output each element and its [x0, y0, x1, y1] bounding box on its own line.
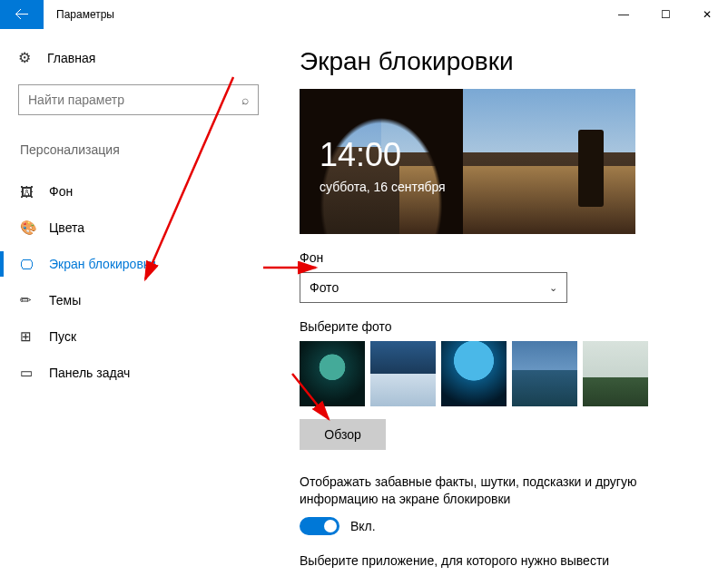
sidebar-item-фон[interactable]: 🖼Фон	[0, 173, 272, 210]
sidebar-item-пуск[interactable]: ⊞Пуск	[0, 318, 272, 355]
preview-date: суббота, 16 сентября	[320, 180, 446, 194]
sidebar: ⚙ Главная ⌕ Персонализация 🖼Фон🎨Цвета🖵Эк…	[0, 29, 272, 576]
nav-icon: ✏	[20, 292, 36, 308]
maximize-button[interactable]: ☐	[644, 0, 686, 29]
search-input[interactable]	[28, 93, 241, 107]
minimize-button[interactable]: —	[603, 0, 644, 29]
search-icon: ⌕	[241, 93, 249, 107]
facts-description: Отображать забавные факты, шутки, подска…	[300, 473, 699, 508]
nav-label: Темы	[49, 293, 81, 308]
nav-icon: 🖵	[20, 257, 36, 272]
titlebar: 🡠 Параметры — ☐ ✕	[0, 0, 728, 29]
facts-toggle-row: Вкл.	[300, 517, 701, 535]
nav-label: Экран блокировки	[49, 257, 156, 271]
back-button[interactable]: 🡠	[0, 0, 44, 29]
window-title: Параметры	[56, 8, 114, 21]
close-button[interactable]: ✕	[686, 0, 728, 29]
background-label: Фон	[300, 250, 701, 265]
background-dropdown[interactable]: Фото ⌄	[300, 272, 567, 303]
thumbnail[interactable]	[583, 341, 648, 406]
page-title: Экран блокировки	[300, 47, 701, 76]
app-description: Выберите приложение, для которого нужно …	[300, 553, 701, 568]
sidebar-item-темы[interactable]: ✏Темы	[0, 282, 272, 318]
thumbnail[interactable]	[441, 341, 507, 406]
sidebar-item-экран-блокировки[interactable]: 🖵Экран блокировки	[0, 246, 272, 282]
nav-icon: 🎨	[20, 220, 36, 236]
thumbnail[interactable]	[370, 341, 436, 406]
toggle-label: Вкл.	[350, 519, 376, 533]
home-nav[interactable]: ⚙ Главная	[18, 45, 254, 70]
window-controls: — ☐ ✕	[603, 0, 728, 29]
sidebar-item-панель-задач[interactable]: ▭Панель задач	[0, 355, 272, 391]
nav-label: Фон	[49, 184, 73, 199]
nav-label: Панель задач	[49, 366, 130, 380]
facts-toggle[interactable]	[300, 517, 339, 535]
dropdown-value: Фото	[310, 280, 339, 295]
nav-icon: ▭	[20, 365, 36, 381]
home-icon: ⚙	[18, 49, 34, 66]
nav-icon: ⊞	[20, 328, 36, 345]
thumbnail[interactable]	[512, 341, 577, 406]
preview-time: 14:00	[320, 136, 401, 174]
section-header: Персонализация	[18, 142, 254, 157]
nav-label: Цвета	[49, 220, 84, 235]
home-label: Главная	[47, 51, 95, 65]
thumbnail[interactable]	[300, 341, 365, 406]
browse-button[interactable]: Обзор	[300, 419, 386, 450]
sidebar-item-цвета[interactable]: 🎨Цвета	[0, 210, 272, 246]
photo-thumbnails	[300, 341, 701, 406]
choose-photo-label: Выберите фото	[300, 319, 701, 334]
main-panel: Экран блокировки 14:00 суббота, 16 сентя…	[272, 29, 728, 576]
chevron-down-icon: ⌄	[549, 282, 557, 294]
lockscreen-preview: 14:00 суббота, 16 сентября	[300, 89, 635, 234]
search-box[interactable]: ⌕	[18, 84, 259, 115]
nav-icon: 🖼	[20, 184, 36, 200]
nav-label: Пуск	[49, 329, 76, 344]
